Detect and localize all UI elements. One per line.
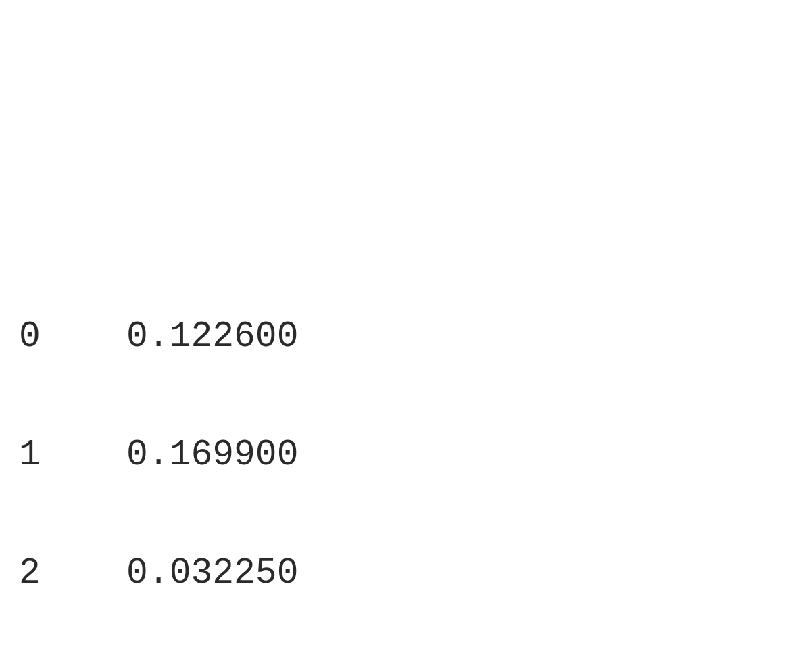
series-row: 00.122600: [19, 308, 792, 366]
row-value: 0.122600: [126, 308, 298, 366]
series-row: 30.128633: [19, 663, 792, 672]
series-row: 10.169900: [19, 426, 792, 485]
row-value: 0.032250: [126, 544, 298, 603]
row-value: 0.169900: [126, 426, 298, 485]
row-index: 0: [19, 308, 41, 366]
row-index: 2: [19, 544, 41, 603]
pandas-series-output: 00.122600 10.169900 20.032250 30.128633 …: [19, 249, 792, 672]
row-value: 0.128633: [126, 663, 298, 672]
row-index: 1: [19, 426, 41, 485]
series-row: 20.032250: [19, 544, 792, 603]
row-index: 3: [19, 663, 41, 672]
